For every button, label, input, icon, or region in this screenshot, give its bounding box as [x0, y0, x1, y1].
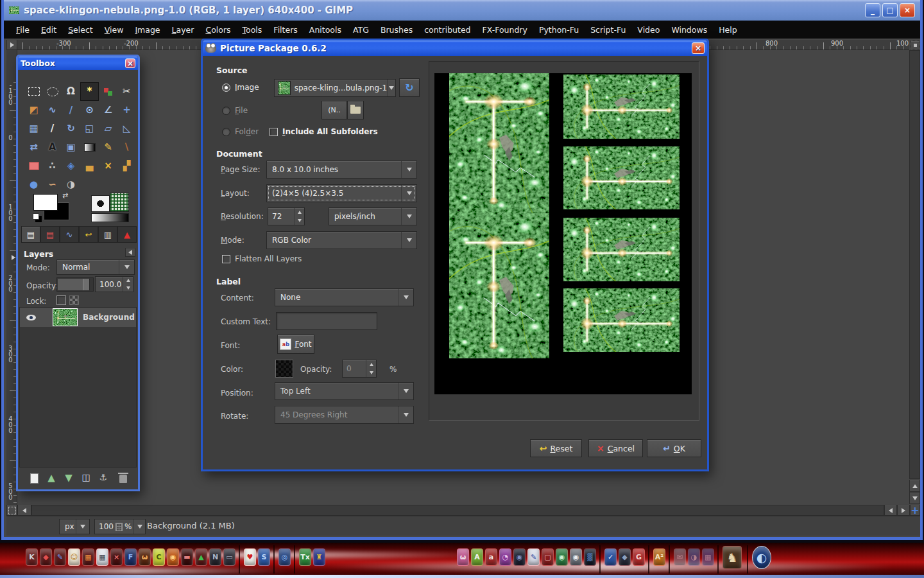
main-titlebar[interactable]: space-klingon-nebula.png-1.0 (RGB, 1 lay… — [4, 0, 920, 21]
taskbar-icon-mail[interactable]: ✉ — [674, 548, 686, 566]
tool-text[interactable]: A — [43, 138, 62, 157]
tool-move[interactable]: + — [117, 101, 136, 119]
custom-text-input[interactable] — [276, 312, 377, 330]
tool-free-select[interactable]: Ω — [62, 82, 80, 101]
page-size-arrow[interactable] — [401, 161, 416, 178]
tool-flip[interactable]: ⇄ — [24, 138, 43, 157]
flatten-checkbox[interactable] — [222, 255, 230, 263]
taskbar-icon-eye[interactable]: ◉ — [513, 548, 526, 566]
layer-mode-combo[interactable]: Normal — [56, 259, 135, 275]
unit-combo[interactable]: px — [59, 519, 90, 534]
taskbar-icon-apps[interactable]: A — [471, 548, 483, 566]
source-folder-radio[interactable] — [222, 128, 230, 136]
rotate-arrow[interactable] — [398, 407, 413, 423]
layer-mode-arrow[interactable] — [119, 260, 134, 274]
maximize-button[interactable]: □ — [882, 3, 898, 17]
ok-button[interactable]: ↵ OK — [647, 439, 701, 457]
reset-button[interactable]: ↩ Reset — [530, 439, 582, 457]
spin-buttons[interactable] — [366, 360, 376, 377]
zoom-combo-arrow[interactable] — [133, 520, 145, 534]
layer-thumbnail[interactable] — [53, 308, 78, 326]
tool-align[interactable]: ▦ — [24, 119, 43, 138]
tool-pencil[interactable]: ✎ — [99, 138, 117, 157]
tool-heal[interactable]: × — [99, 157, 117, 175]
image-combo-arrow[interactable] — [387, 80, 395, 96]
taskbar-icon-monkey[interactable]: ω — [139, 548, 151, 566]
resolution-unit-arrow[interactable] — [401, 208, 416, 225]
lower-layer-button[interactable]: ▼ — [61, 472, 76, 485]
dialog-close-button[interactable]: × — [692, 42, 705, 54]
taskbar-icon-cube[interactable]: ◆ — [40, 548, 52, 566]
tool-rotate[interactable]: ↻ — [62, 119, 80, 138]
menu-video[interactable]: Video — [631, 22, 665, 38]
flatten-label[interactable]: Flatten All Layers — [235, 254, 302, 263]
menu-select[interactable]: Select — [62, 22, 99, 38]
source-image-radio[interactable] — [222, 83, 230, 92]
taskbar-icon-tx[interactable]: Tx — [299, 548, 311, 566]
tool-perspective-clone[interactable]: ▞ — [117, 157, 136, 175]
slider-handle[interactable] — [83, 279, 90, 290]
layer-row-background[interactable]: Background — [20, 308, 136, 327]
close-button[interactable]: × — [900, 3, 915, 17]
anchor-layer-button[interactable]: ⚓ — [96, 472, 111, 485]
menu-fx-foundry[interactable]: FX-Foundry — [477, 22, 533, 38]
tool-smudge[interactable]: ∽ — [43, 175, 62, 194]
taskbar-icon-ghost[interactable]: ω — [457, 548, 469, 566]
zoom-combo[interactable]: 100 % — [94, 519, 146, 534]
mode-combo[interactable]: RGB Color — [266, 231, 417, 249]
layout-arrow[interactable] — [401, 185, 416, 202]
tool-paintbrush[interactable]: ∖ — [117, 138, 136, 157]
source-folder-label[interactable]: Folder — [235, 127, 259, 136]
tab-history[interactable]: ↩ — [79, 226, 98, 243]
tool-rectangle-select[interactable] — [24, 82, 43, 101]
dialog-titlebar[interactable]: Picture Package 0.6.2 × — [203, 40, 707, 56]
scroll-up-button[interactable] — [909, 480, 920, 492]
menu-python-fu[interactable]: Python-Fu — [533, 22, 585, 38]
tool-measure[interactable]: ∠ — [99, 101, 117, 119]
tool-eraser[interactable] — [24, 157, 43, 175]
lock-alpha-checkbox[interactable] — [56, 295, 66, 305]
taskbar-icon-notes[interactable]: N — [209, 548, 221, 566]
mode-arrow[interactable] — [401, 232, 416, 249]
taskbar-icon-key[interactable]: K — [26, 548, 38, 566]
menu-windows[interactable]: Windows — [665, 22, 713, 38]
taskbar-icon-pet[interactable]: ♞ — [723, 546, 742, 569]
taskbar-icon-orb-green[interactable]: ◉ — [556, 548, 568, 566]
taskbar-icon-blocks[interactable]: ▦ — [82, 548, 94, 566]
layer-name[interactable]: Background — [83, 313, 135, 322]
tool-paths[interactable]: ∿ — [43, 101, 62, 119]
scroll-down-button[interactable] — [909, 492, 920, 504]
source-file-label[interactable]: File — [235, 106, 248, 115]
layout-combo[interactable]: (2)4×5 (4)2.5×3.5 — [266, 184, 417, 202]
taskbar-icon-g-circle[interactable]: G — [633, 548, 645, 566]
taskbar-icon-orb-gray[interactable]: ◉ — [570, 548, 582, 566]
taskbar-icon-solitaire[interactable]: ♥ — [244, 548, 256, 566]
refresh-button[interactable]: ↻ — [399, 78, 420, 97]
resolution-spin[interactable]: 72 — [268, 207, 305, 225]
scroll-right-button[interactable] — [897, 505, 910, 516]
taskbar-icon-tablet[interactable]: ▭ — [223, 548, 235, 566]
content-combo[interactable]: None — [275, 288, 414, 306]
panel-menu-button[interactable] — [125, 248, 135, 257]
menu-tools[interactable]: Tools — [237, 22, 268, 38]
navigation-preview-button[interactable] — [911, 40, 920, 49]
tool-zoom[interactable]: ⊙ — [80, 101, 99, 119]
taskbar-icon-firefox[interactable]: ◉ — [167, 548, 179, 566]
tab-pointer[interactable]: ▥ — [98, 226, 117, 243]
menu-atg[interactable]: ATG — [347, 22, 375, 38]
tool-airbrush[interactable]: ∴ — [43, 157, 62, 175]
active-gradient-swatch[interactable] — [91, 213, 129, 222]
position-combo[interactable]: Top Left — [275, 382, 414, 400]
tab-paths[interactable]: ∿ — [60, 226, 79, 243]
tool-ink[interactable]: ◈ — [62, 157, 80, 175]
tab-layers[interactable]: ▤ — [21, 226, 40, 243]
tool-fuzzy-select[interactable]: * — [80, 82, 99, 101]
tool-blur-sharpen[interactable]: ● — [24, 175, 43, 194]
page-size-combo[interactable]: 8.0 x 10.0 inches — [266, 161, 417, 179]
toolbox-titlebar[interactable]: Toolbox × — [18, 57, 138, 70]
file-name-button[interactable]: (N.. — [321, 101, 347, 119]
font-button[interactable]: ab Font — [277, 335, 314, 354]
taskbar-icon-texture[interactable]: ▓ — [584, 548, 596, 566]
tool-foreground-select[interactable]: ◩ — [24, 101, 43, 119]
active-pattern-swatch[interactable] — [110, 193, 129, 212]
